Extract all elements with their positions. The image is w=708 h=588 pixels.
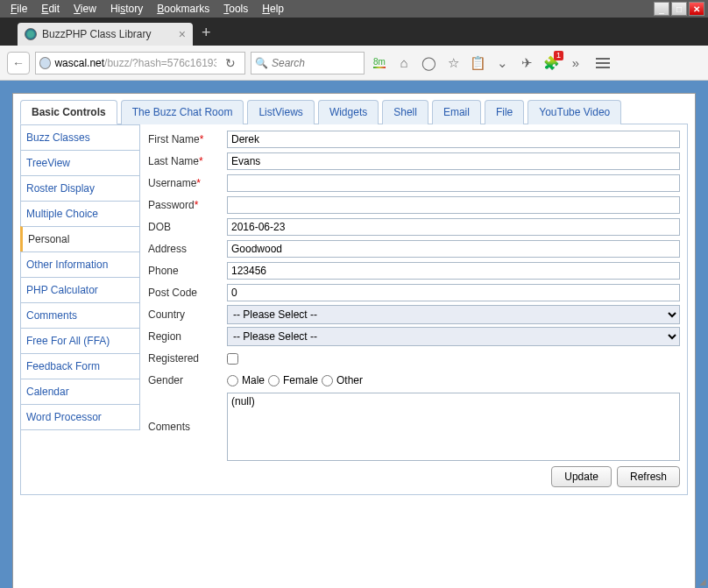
speed-icon[interactable]: 8m	[370, 53, 389, 73]
postcode-input[interactable]	[227, 284, 680, 301]
sidebar-item-multiple-choice[interactable]: Multiple Choice	[20, 201, 140, 227]
address-label: Address	[148, 243, 227, 255]
clipboard-icon[interactable]: 📋	[468, 53, 487, 73]
home-icon[interactable]: ⌂	[394, 53, 414, 73]
tab-bar: Basic ControlsThe Buzz Chat RoomListView…	[20, 99, 688, 124]
menu-help[interactable]: Help	[255, 1, 291, 17]
send-icon[interactable]: ✈	[517, 53, 536, 73]
sidebar-item-free-for-all-ffa-[interactable]: Free For All (FFA)	[20, 328, 140, 354]
comments-textarea[interactable]: (null)	[227, 393, 680, 461]
postcode-label: Post Code	[148, 287, 227, 299]
side-nav: Buzz ClassesTreeViewRoster DisplayMultip…	[21, 124, 139, 494]
tab-youtube-video[interactable]: YouTube Video	[527, 100, 621, 124]
minimize-button[interactable]: _	[654, 2, 669, 16]
menu-file[interactable]: File	[4, 1, 34, 17]
registered-label: Registered	[148, 352, 227, 365]
gender-female-radio[interactable]	[268, 375, 280, 386]
pocket-icon[interactable]: ⌄	[492, 53, 512, 73]
browser-tab[interactable]: BuzzPHP Class Library ×	[18, 23, 193, 46]
tab-close-icon[interactable]: ×	[179, 27, 186, 41]
browser-tabstrip: BuzzPHP Class Library × +	[0, 18, 708, 46]
last-name-input[interactable]	[227, 152, 680, 170]
tab-body: Buzz ClassesTreeViewRoster DisplayMultip…	[20, 124, 688, 495]
password-label: Password*	[148, 199, 227, 211]
tab-file[interactable]: File	[485, 100, 524, 124]
menu-bookmarks[interactable]: Bookmarks	[150, 1, 216, 17]
main-panel: Basic ControlsThe Buzz Chat RoomListView…	[12, 93, 696, 588]
sidebar-item-feedback-form[interactable]: Feedback Form	[20, 353, 140, 379]
page-content: Basic ControlsThe Buzz Chat RoomListView…	[0, 81, 708, 588]
phone-label: Phone	[148, 265, 227, 277]
gender-other-radio[interactable]	[322, 375, 333, 386]
menu-edit[interactable]: Edit	[34, 1, 67, 17]
url-path: /buzz/?hash=576c161938	[104, 57, 216, 69]
close-window-button[interactable]: ✕	[689, 2, 704, 16]
tab-the-buzz-chat-room[interactable]: The Buzz Chat Room	[121, 100, 244, 124]
gender-male-radio[interactable]	[227, 375, 238, 386]
back-button[interactable]: ←	[7, 52, 30, 74]
favicon-icon	[25, 28, 37, 40]
username-input[interactable]	[227, 174, 680, 192]
first-name-input[interactable]	[227, 131, 680, 148]
tab-listviews[interactable]: ListViews	[247, 100, 314, 124]
sidebar-item-buzz-classes[interactable]: Buzz Classes	[20, 124, 140, 151]
sidebar-item-roster-display[interactable]: Roster Display	[20, 175, 140, 202]
maximize-button[interactable]: □	[671, 2, 687, 16]
url-host: wascal.net	[54, 57, 104, 69]
url-bar[interactable]: wascal.net/buzz/?hash=576c161938 ↻	[35, 52, 245, 74]
resize-grip-icon[interactable]: ◢	[699, 577, 706, 586]
dob-label: DOB	[148, 221, 227, 233]
sidebar-item-comments[interactable]: Comments	[20, 302, 140, 329]
tab-title: BuzzPHP Class Library	[42, 28, 152, 40]
sidebar-item-treeview[interactable]: TreeView	[20, 150, 140, 176]
username-label: Username*	[148, 177, 227, 189]
globe-icon	[39, 57, 51, 69]
chat-icon[interactable]: ◯	[419, 53, 438, 73]
browser-menubar[interactable]: File Edit View History Bookmarks Tools H…	[0, 0, 708, 18]
region-label: Region	[148, 330, 227, 343]
password-input[interactable]	[227, 196, 680, 214]
refresh-button[interactable]: Refresh	[617, 466, 680, 487]
region-select[interactable]: -- Please Select --	[227, 327, 680, 346]
first-name-label: First Name*	[148, 133, 227, 145]
last-name-label: Last Name*	[148, 155, 227, 167]
addon-icon[interactable]: 🧩	[542, 53, 561, 73]
tab-email[interactable]: Email	[432, 100, 481, 124]
reload-button[interactable]: ↻	[220, 56, 241, 70]
star-icon[interactable]: ☆	[443, 53, 463, 73]
menu-history[interactable]: History	[103, 1, 150, 17]
address-input[interactable]	[227, 240, 680, 258]
gender-label: Gender	[148, 374, 227, 386]
form-area: First Name* Last Name* Username* Passwor…	[139, 124, 687, 494]
search-input[interactable]	[272, 57, 360, 69]
sidebar-item-calendar[interactable]: Calendar	[20, 379, 140, 405]
sidebar-item-php-calculator[interactable]: PHP Calculator	[20, 277, 140, 303]
update-button[interactable]: Update	[551, 466, 612, 487]
phone-input[interactable]	[227, 262, 680, 280]
menu-tools[interactable]: Tools	[216, 1, 255, 17]
browser-toolbar: ← wascal.net/buzz/?hash=576c161938 ↻ 🔍 8…	[0, 46, 708, 81]
comments-label: Coments	[148, 421, 227, 433]
country-label: Country	[148, 308, 227, 321]
tab-widgets[interactable]: Widgets	[318, 100, 379, 124]
dob-input[interactable]	[227, 218, 680, 236]
menu-view[interactable]: View	[67, 1, 103, 17]
hamburger-menu[interactable]	[596, 53, 615, 73]
new-tab-button[interactable]: +	[202, 24, 211, 42]
overflow-icon[interactable]: »	[566, 53, 585, 73]
tab-basic-controls[interactable]: Basic Controls	[20, 100, 117, 124]
sidebar-item-word-processor[interactable]: Word Processor	[20, 404, 140, 430]
gender-radios: Male Female Other	[227, 374, 363, 386]
registered-checkbox[interactable]	[227, 353, 238, 365]
tab-shell[interactable]: Shell	[382, 100, 428, 124]
sidebar-item-personal[interactable]: Personal	[20, 226, 140, 252]
search-bar[interactable]: 🔍	[251, 52, 365, 74]
country-select[interactable]: -- Please Select --	[227, 305, 680, 324]
sidebar-item-other-information[interactable]: Other Information	[20, 251, 140, 278]
search-icon: 🔍	[255, 57, 268, 69]
